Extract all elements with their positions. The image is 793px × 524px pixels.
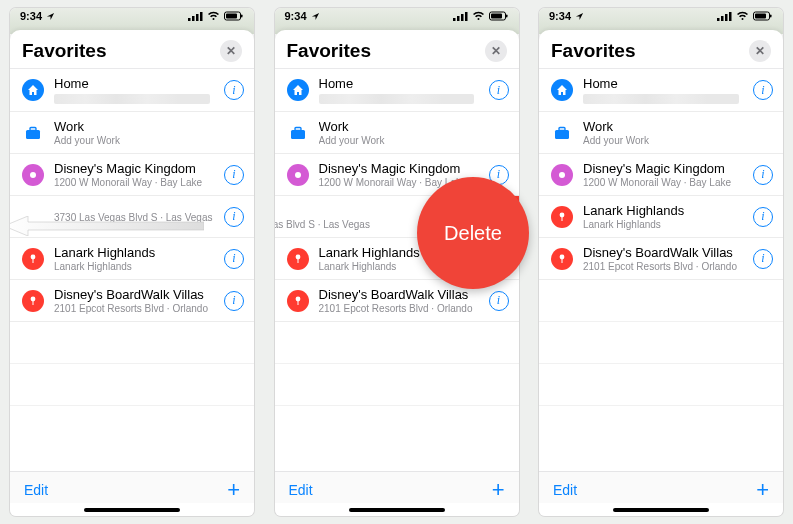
delete-label: Delete xyxy=(444,222,502,245)
svg-rect-2 xyxy=(196,14,199,21)
row-primary: Disney's Magic Kingdom xyxy=(319,161,483,176)
row-primary: Disney's Magic Kingdom xyxy=(583,161,747,176)
row-secondary: Lanark Highlands xyxy=(54,261,218,272)
edit-button[interactable]: Edit xyxy=(553,482,577,498)
info-button[interactable]: i xyxy=(224,165,244,185)
favorite-row-home[interactable]: Home i xyxy=(10,69,254,112)
status-time: 9:34 xyxy=(285,10,307,22)
status-time: 9:34 xyxy=(549,10,571,22)
cellular-signal-icon xyxy=(453,11,468,21)
screenshot-3: 9:34 Favorites ✕ Home xyxy=(539,8,783,516)
pin-icon xyxy=(22,248,44,270)
info-button[interactable]: i xyxy=(224,207,244,227)
status-bar: 9:34 xyxy=(539,10,783,22)
info-button[interactable]: i xyxy=(224,249,244,269)
svg-rect-37 xyxy=(559,127,565,130)
add-button[interactable]: + xyxy=(492,480,505,500)
favorite-row-swiping[interactable]: 3730 Las Vegas Blvd S · Las Vegas i xyxy=(10,196,254,238)
svg-rect-31 xyxy=(725,14,728,21)
row-secondary: 2101 Epcot Resorts Blvd · Orlando xyxy=(583,261,747,272)
favorite-row-lanark[interactable]: Lanark Highlands Lanark Highlands i xyxy=(539,196,783,238)
info-button[interactable]: i xyxy=(489,291,509,311)
svg-rect-1 xyxy=(192,16,195,21)
info-button[interactable]: i xyxy=(753,165,773,185)
favorite-row-home[interactable]: Home i xyxy=(275,69,519,112)
sheet-title: Favorites xyxy=(551,40,635,62)
row-primary: Home xyxy=(583,76,747,91)
close-icon: ✕ xyxy=(755,44,765,58)
empty-row xyxy=(275,364,519,406)
svg-rect-26 xyxy=(297,258,298,263)
info-button[interactable]: i xyxy=(753,207,773,227)
empty-row xyxy=(539,322,783,364)
info-button[interactable]: i xyxy=(489,80,509,100)
info-button[interactable]: i xyxy=(224,291,244,311)
close-button[interactable]: ✕ xyxy=(485,40,507,62)
row-primary: Disney's BoardWalk Villas xyxy=(319,287,483,302)
svg-rect-7 xyxy=(26,130,40,139)
svg-rect-5 xyxy=(226,14,237,19)
favorite-row-lanark[interactable]: Lanark Highlands Lanark Highlands i xyxy=(10,238,254,280)
pin-icon xyxy=(551,164,573,186)
row-secondary: 1200 W Monorail Way · Bay Lake xyxy=(583,177,747,188)
favorites-sheet: Favorites ✕ Home i Work Add your Wo xyxy=(539,30,783,516)
svg-rect-6 xyxy=(241,15,243,18)
close-button[interactable]: ✕ xyxy=(749,40,771,62)
pin-icon xyxy=(287,290,309,312)
pin-icon xyxy=(551,206,573,228)
svg-rect-8 xyxy=(30,127,36,130)
row-secondary: Add your Work xyxy=(583,135,773,146)
edit-button[interactable]: Edit xyxy=(289,482,313,498)
home-icon xyxy=(22,79,44,101)
home-icon xyxy=(287,79,309,101)
cellular-signal-icon xyxy=(717,11,732,21)
svg-rect-30 xyxy=(721,16,724,21)
row-primary: Lanark Highlands xyxy=(583,203,747,218)
svg-rect-32 xyxy=(729,12,732,21)
favorite-row-work[interactable]: Work Add your Work xyxy=(275,112,519,154)
info-button[interactable]: i xyxy=(753,80,773,100)
pin-icon xyxy=(22,290,44,312)
add-button[interactable]: + xyxy=(756,480,769,500)
location-services-icon xyxy=(46,12,55,21)
wifi-icon xyxy=(472,11,485,21)
svg-rect-11 xyxy=(33,258,34,263)
home-indicator[interactable] xyxy=(349,508,445,512)
pin-icon xyxy=(22,164,44,186)
row-secondary-redacted xyxy=(54,94,210,104)
favorite-row-boardwalk[interactable]: Disney's BoardWalk Villas 2101 Epcot Res… xyxy=(10,280,254,322)
home-indicator[interactable] xyxy=(84,508,180,512)
svg-rect-17 xyxy=(461,14,464,21)
favorite-row-work[interactable]: Work Add your Work xyxy=(539,112,783,154)
svg-rect-40 xyxy=(562,216,563,221)
close-button[interactable]: ✕ xyxy=(220,40,242,62)
add-button[interactable]: + xyxy=(227,480,240,500)
empty-row xyxy=(10,322,254,364)
battery-icon xyxy=(489,11,509,21)
favorite-row-boardwalk[interactable]: Disney's BoardWalk Villas 2101 Epcot Res… xyxy=(539,238,783,280)
favorites-list[interactable]: Home i Work Add your Work xyxy=(10,68,254,471)
info-button[interactable]: i xyxy=(753,249,773,269)
favorite-row-disney[interactable]: Disney's Magic Kingdom 1200 W Monorail W… xyxy=(539,154,783,196)
home-indicator[interactable] xyxy=(613,508,709,512)
toolbar: Edit + xyxy=(539,471,783,503)
row-primary: Work xyxy=(54,119,244,134)
svg-point-38 xyxy=(559,172,565,178)
favorite-row-home[interactable]: Home i xyxy=(539,69,783,112)
empty-row xyxy=(539,280,783,322)
favorite-row-disney[interactable]: Disney's Magic Kingdom 1200 W Monorail W… xyxy=(10,154,254,196)
row-secondary-redacted xyxy=(583,94,739,104)
info-button[interactable]: i xyxy=(224,80,244,100)
edit-button[interactable]: Edit xyxy=(24,482,48,498)
empty-row xyxy=(539,364,783,406)
svg-rect-23 xyxy=(295,127,301,130)
svg-rect-0 xyxy=(188,18,191,21)
row-primary: Disney's BoardWalk Villas xyxy=(54,287,218,302)
row-primary: Work xyxy=(583,119,773,134)
favorites-list[interactable]: Home i Work Add your Work Disney's Ma xyxy=(539,68,783,471)
svg-rect-20 xyxy=(491,14,502,19)
favorite-row-work[interactable]: Work Add your Work xyxy=(10,112,254,154)
empty-row xyxy=(275,322,519,364)
svg-rect-42 xyxy=(562,258,563,263)
svg-rect-13 xyxy=(33,300,34,305)
